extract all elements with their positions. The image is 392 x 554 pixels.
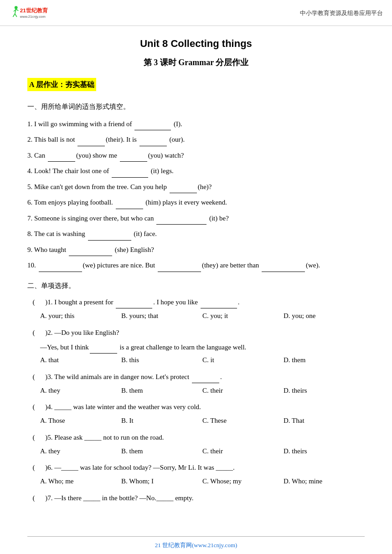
choice-q1-paren: ( [27, 296, 40, 308]
choice-q3-paren: ( [27, 371, 40, 383]
choice-q2-options: A. that B. this C. it D. them [27, 354, 365, 366]
choice-q4-paren: ( [27, 401, 40, 413]
choice-q1-B: B. yours; that [121, 310, 202, 322]
q4-blank [112, 177, 148, 178]
main-content: Unit 8 Collecting things 第 3 课时 Grammar … [0, 26, 392, 527]
part2-instruction: 二、单项选择。 [27, 280, 365, 292]
choice-q6-C: C. Whose; my [202, 476, 284, 487]
choice-q6-paren: ( [27, 462, 40, 474]
choice-q2-paren: ( [27, 327, 40, 339]
choice-q5-C: C. their [202, 446, 284, 457]
q5-text: 5. Mike can't get down from the tree. Ca… [27, 183, 169, 190]
choice-q4-B: B. It [121, 415, 202, 427]
choice-q3-D: D. theirs [284, 385, 365, 397]
q2-text2: (their). It is [106, 136, 139, 143]
q3: 3. Can (you) show me (you) watch? [27, 149, 365, 162]
choice-q3-B: B. them [121, 385, 202, 397]
svg-point-0 [15, 6, 18, 9]
choice-q7-text: )7. —Is there _____ in the bottle? —No._… [40, 492, 365, 504]
choice-q1-options: A. your; this B. yours; that C. you; it … [27, 310, 365, 322]
choice-q7: ( )7. —Is there _____ in the bottle? —No… [27, 492, 365, 504]
choice-q6-B: B. Whom; I [121, 476, 202, 487]
header-tagline: 中小学教育资源及组卷应用平台 [300, 8, 383, 18]
logo-icon: 21世纪教育 www.21cnjy.com [9, 4, 59, 23]
q9-blank [69, 256, 112, 256]
choice-q1-text: )1. I bought a present for . I hope you … [40, 296, 365, 308]
q6-hint: (him) plays it every weekend. [144, 199, 227, 206]
q10-num: 10. [27, 262, 38, 269]
choice-q5-paren: ( [27, 431, 40, 444]
q9: 9. Who taught (she) English? [27, 243, 365, 256]
q10: 10. (we) pictures are nice. But (they) a… [27, 259, 365, 272]
choice-q4-D: D. That [284, 415, 365, 427]
choice-q1-D: D. you; one [284, 310, 365, 322]
choice-q2-A: A. that [40, 354, 121, 366]
choice-q3-A: A. they [40, 385, 121, 397]
choice-q4-options: A. Those B. It C. These D. That [27, 415, 365, 427]
q2-blank2 [139, 146, 167, 146]
q3-blank1 [48, 161, 75, 162]
svg-line-3 [15, 14, 17, 17]
q3-blank2 [120, 161, 147, 162]
choice-q3-C: C. their [202, 385, 284, 397]
q9-text: 9. Who taught [27, 246, 68, 253]
q7: 7. Someone is singing over there, but wh… [27, 212, 365, 225]
q4-hint: (it) legs. [149, 167, 174, 174]
choice-q4-A: A. Those [40, 415, 121, 427]
q8-text: 8. The cat is washing [27, 230, 87, 237]
q3-text1: 3. Can [27, 152, 47, 159]
q7-blank [156, 224, 206, 225]
section-a-label: A 层作业：夯实基础 [27, 78, 96, 91]
choice-q5-B: B. them [121, 446, 202, 457]
svg-line-5 [16, 9, 18, 10]
q2: 2. This ball is not (their). It is (our)… [27, 133, 365, 146]
choice-q4: ( )4. _____ was late winter and the weat… [27, 401, 365, 427]
q2-blank1 [77, 146, 105, 146]
svg-line-2 [13, 14, 15, 17]
q6-text: 6. Tom enjoys playing football. [27, 199, 115, 206]
footer: 21 世纪教育网(www.21cnjy.com) [0, 537, 392, 554]
q1-num: 1. I will go swimming with a friend of [27, 120, 134, 128]
choice-q2-text: )2. —Do you like English? [40, 327, 365, 339]
choice-q6-options: A. Who; me B. Whom; I C. Whose; my D. Wh… [27, 476, 365, 487]
q2-text1: 2. This ball is not [27, 136, 77, 143]
q10-blank2 [158, 272, 201, 272]
choice-q5-options: A. they B. them C. their D. theirs [27, 446, 365, 457]
choice-q5-A: A. they [40, 446, 121, 457]
part1-instruction: 一、用所给单词的适当形式填空。 [27, 101, 365, 113]
q7-text: 7. Someone is singing over there, but wh… [27, 215, 155, 222]
q1-blank [134, 130, 171, 130]
logo-area: 21世纪教育 www.21cnjy.com [9, 4, 59, 23]
q2-hint: (our). [168, 136, 185, 143]
unit-title: Unit 8 Collecting things [27, 35, 365, 52]
choice-q1-A: A. your; this [40, 310, 121, 322]
q4-text: 4. Look! The chair lost one of [27, 167, 111, 174]
choice-q7-paren: ( [27, 492, 40, 504]
q8-blank [88, 240, 131, 241]
q8-hint: (it) face. [132, 230, 157, 237]
page-header: 21世纪教育 www.21cnjy.com 中小学教育资源及组卷应用平台 [0, 0, 392, 26]
q1-hint: (I). [172, 120, 182, 128]
choice-q5-D: D. theirs [284, 446, 365, 457]
q6-blank [116, 209, 143, 209]
choice-q3-options: A. they B. them C. their D. theirs [27, 385, 365, 397]
q4: 4. Look! The chair lost one of (it) legs… [27, 164, 365, 178]
q10-hint: (we). [306, 262, 320, 269]
q10-blank3 [262, 272, 305, 272]
choice-q6-D: D. Who; mine [284, 476, 365, 487]
q6: 6. Tom enjoys playing football. (him) pl… [27, 196, 365, 209]
q7-hint: (it) be? [207, 215, 229, 222]
q1: 1. I will go swimming with a friend of (… [27, 118, 365, 131]
choice-q3: ( )3. The wild animals are in danger now… [27, 371, 365, 397]
choice-q2-C: C. it [202, 354, 284, 366]
choice-q6-A: A. Who; me [40, 476, 121, 487]
choice-q6: ( )6. —_____ was late for school today? … [27, 462, 365, 487]
q5-hint: (he)? [198, 183, 212, 190]
q8: 8. The cat is washing (it) face. [27, 227, 365, 241]
choice-q2-B: B. this [121, 354, 202, 366]
q10-text1: (we) pictures are nice. But [83, 262, 157, 269]
choice-q1: ( )1. I bought a present for . I hope yo… [27, 296, 365, 322]
q5: 5. Mike can't get down from the tree. Ca… [27, 180, 365, 194]
choice-q2-D: D. them [284, 354, 365, 366]
choice-q4-text: )4. _____ was late winter and the weathe… [40, 401, 365, 413]
